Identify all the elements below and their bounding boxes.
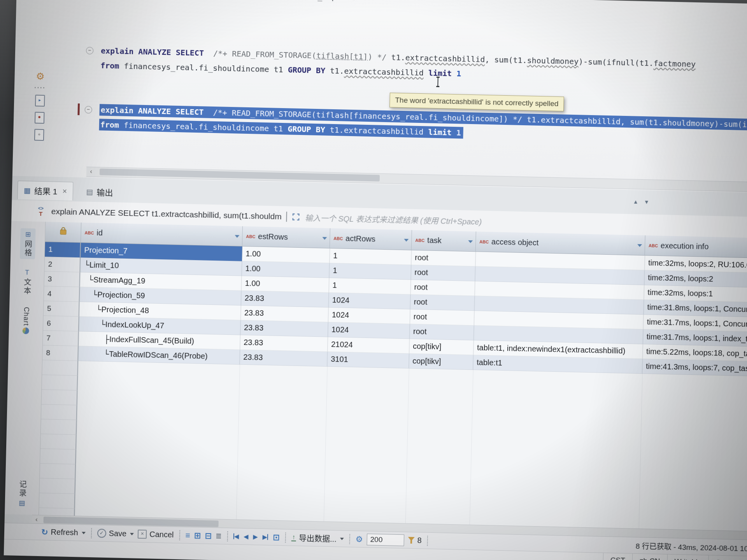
table-cell[interactable]: 1.00 xyxy=(242,247,330,263)
column-menu-icon[interactable] xyxy=(468,240,473,243)
column-header-id[interactable]: ABCid xyxy=(81,222,243,246)
record-view-label: 记录 xyxy=(17,480,28,498)
panel-up-icon[interactable]: ▲ xyxy=(633,198,638,205)
refresh-button[interactable]: ↻ Refresh xyxy=(41,527,86,538)
table-cell[interactable]: 1024 xyxy=(328,293,410,310)
save-button[interactable]: ✓ Save xyxy=(97,528,134,538)
table-cell[interactable]: 23.83 xyxy=(240,335,328,352)
gear-icon[interactable]: ⚙ xyxy=(36,72,45,81)
layout-button[interactable]: ≣ xyxy=(216,531,222,540)
add-row-button[interactable]: ⊞ xyxy=(194,531,201,540)
code-token: )-sum(ifnull(t1. xyxy=(579,57,654,68)
row-number-cell[interactable] xyxy=(39,478,75,494)
row-number-cell[interactable]: 3 xyxy=(44,271,80,287)
cancel-button[interactable]: × Cancel xyxy=(138,530,174,539)
table-cell[interactable]: 23.83 xyxy=(240,320,328,337)
row-number-cell[interactable]: 5 xyxy=(44,301,80,317)
next-page-button[interactable]: ▶ xyxy=(253,533,258,541)
row-number-cell[interactable] xyxy=(39,493,75,509)
tab-result-label: 结果 1 xyxy=(34,185,58,197)
sql-template-button[interactable]: ‹› xyxy=(34,129,44,141)
row-edit-button[interactable]: ≡ xyxy=(185,530,190,540)
fold-icon[interactable]: − xyxy=(85,106,92,113)
first-page-button[interactable]: ◀ xyxy=(233,532,239,540)
table-cell[interactable]: 21024 xyxy=(328,337,410,354)
table-cell[interactable]: 1.00 xyxy=(242,261,330,278)
row-number-cell[interactable]: 6 xyxy=(43,316,79,331)
filter-count-group[interactable]: 8 xyxy=(408,536,422,545)
row-number-cell[interactable]: 1 xyxy=(45,242,81,257)
view-tab-text[interactable]: T 文本 xyxy=(19,267,35,298)
table-cell[interactable]: 23.83 xyxy=(240,350,328,367)
panel-down-icon[interactable]: ▼ xyxy=(644,199,649,205)
row-number-cell[interactable] xyxy=(40,464,76,479)
table-cell[interactable]: 1 xyxy=(329,263,411,280)
fetch-page-button[interactable]: ⊡ xyxy=(273,532,280,542)
column-type-icon: ABC xyxy=(84,230,94,235)
scroll-left-icon[interactable]: ‹ xyxy=(32,515,41,524)
close-icon[interactable]: × xyxy=(62,187,67,196)
row-number-cell[interactable] xyxy=(41,419,77,435)
table-cell[interactable]: cop[tikv] xyxy=(409,339,474,355)
filter-placeholder[interactable]: 输入一个 SQL 表达式来过滤结果 (使用 Ctrl+Space) xyxy=(305,212,482,227)
row-number-cell[interactable] xyxy=(41,390,77,405)
tab-result[interactable]: ▦ 结果 1 × xyxy=(17,181,73,201)
row-number-cell[interactable] xyxy=(40,449,76,464)
statusbar-item[interactable]: zh CN xyxy=(632,554,667,560)
row-header-lock-cell[interactable] xyxy=(45,222,81,243)
statusbar-item[interactable]: Writable xyxy=(667,555,708,560)
settings-button[interactable]: ⚙ xyxy=(356,534,363,544)
expand-filter-icon[interactable] xyxy=(292,213,300,221)
view-tab-grid[interactable]: ⊞ 网格 xyxy=(20,228,36,259)
table-cell[interactable]: root xyxy=(410,324,474,341)
table-cell[interactable]: root xyxy=(410,310,474,326)
code-token: /*+ READ_FROM_STORAGE( xyxy=(213,49,316,60)
script-error-button[interactable]: ● xyxy=(34,112,44,124)
tab-output[interactable]: ▤ 输出 xyxy=(80,182,119,201)
row-number-cell[interactable] xyxy=(40,434,77,450)
prev-page-button[interactable]: ◀ xyxy=(244,533,249,540)
view-tab-record[interactable]: 记录 ▤ xyxy=(14,478,30,509)
table-cell[interactable]: 1 xyxy=(329,278,411,295)
cancel-x-icon: × xyxy=(138,530,147,539)
code-area[interactable]: select * from INFORMATION_SCHEMA.tiflash… xyxy=(13,0,747,147)
row-number-cell[interactable] xyxy=(42,360,78,376)
table-cell[interactable]: root xyxy=(411,250,476,267)
table-cell[interactable]: 1024 xyxy=(328,322,410,339)
table-cell[interactable]: root xyxy=(410,280,475,296)
last-page-button[interactable]: ▶ xyxy=(263,533,268,541)
delete-row-button[interactable]: ⊟ xyxy=(205,531,212,540)
statusbar-item[interactable]: Smart In xyxy=(708,555,747,560)
table-cell[interactable]: 1 xyxy=(330,248,412,265)
row-number-cell[interactable]: 2 xyxy=(44,257,81,272)
column-menu-icon[interactable] xyxy=(404,239,409,242)
column-header-task[interactable]: ABCtask xyxy=(412,230,476,252)
row-number-cell[interactable]: 7 xyxy=(43,331,79,346)
column-header-estRows[interactable]: ABCestRows xyxy=(242,226,330,248)
statusbar-item[interactable]: CST xyxy=(603,553,632,560)
fetch-size-input[interactable] xyxy=(366,534,404,546)
table-cell[interactable]: 23.83 xyxy=(241,291,329,308)
sql-editor[interactable]: ⚙ ···· ▸ ● ‹› select * from INFORMATION_… xyxy=(12,0,747,193)
export-data-button[interactable]: ↑ 导出数据... xyxy=(291,532,344,544)
column-menu-icon[interactable] xyxy=(322,237,327,240)
row-number-cell[interactable]: 8 xyxy=(42,345,79,361)
row-number-cell[interactable]: 4 xyxy=(44,286,80,302)
view-tab-chart[interactable]: Chart xyxy=(19,305,33,336)
table-cell[interactable]: 1024 xyxy=(328,308,410,324)
fold-icon[interactable]: − xyxy=(86,47,93,54)
results-grid: ABCidABCestRowsABCactRowsABCtaskABCacces… xyxy=(39,222,747,531)
table-cell[interactable]: 23.83 xyxy=(241,306,329,322)
table-cell[interactable]: root xyxy=(410,295,475,311)
table-cell[interactable]: 3101 xyxy=(327,352,409,369)
column-header-actRows[interactable]: ABCactRows xyxy=(330,228,412,250)
table-cell[interactable]: 1.00 xyxy=(241,276,329,293)
row-number-cell[interactable] xyxy=(41,404,77,420)
execute-script-button[interactable]: ▸ xyxy=(35,95,45,107)
row-number-cell[interactable] xyxy=(42,375,78,390)
column-menu-icon[interactable] xyxy=(235,235,239,238)
scroll-left-icon[interactable]: ‹ xyxy=(86,167,96,177)
table-cell[interactable]: root xyxy=(411,265,475,282)
column-menu-icon[interactable] xyxy=(637,244,642,247)
table-cell[interactable]: cop[tikv] xyxy=(409,354,473,370)
